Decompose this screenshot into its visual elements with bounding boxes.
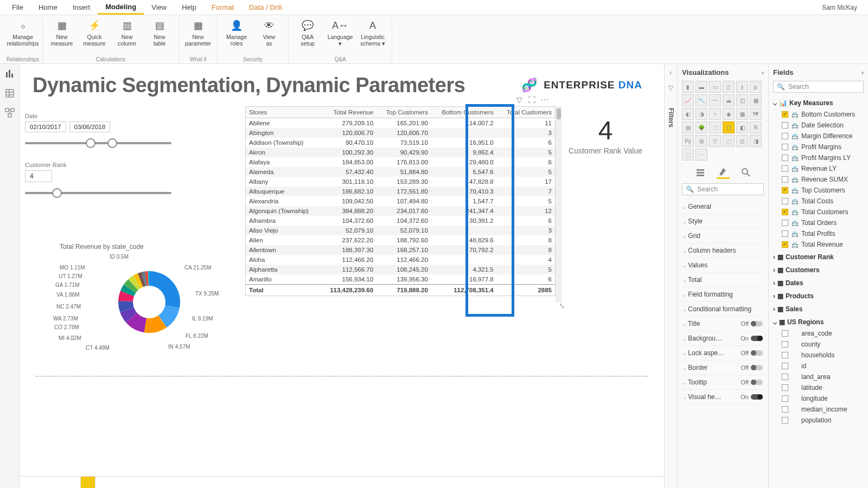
field-margindifference[interactable]: 📇Margin Difference (773, 131, 864, 142)
table-row[interactable]: Addison (Township)90,470.1073,519.1016,9… (246, 138, 555, 147)
menu-file[interactable]: File (4, 1, 31, 14)
table-row[interactable]: Aliso Viejo52,079.1052,079.103 (246, 226, 555, 235)
rank-slicer[interactable]: Customer Rank 4 (25, 162, 182, 194)
ribbon-new-column[interactable]: ▥Newcolumn (111, 17, 143, 48)
table-row[interactable]: Albuquerque186,682.10172,551.8070,410.37 (246, 187, 555, 196)
table-row[interactable]: Alafaya184,853.00176,813.0029,480.06 (246, 157, 555, 167)
viz-type-7[interactable]: 📉 (695, 94, 707, 106)
field-dateselection[interactable]: 📇Date Selection (773, 120, 864, 131)
viz-type-6[interactable]: 📈 (682, 94, 694, 106)
date-from-input[interactable]: 02/10/2017 (25, 121, 66, 132)
field-id[interactable]: id (773, 361, 864, 371)
viz-type-18[interactable]: ▤ (682, 121, 694, 133)
ribbon-new-parameter[interactable]: ▦Newparameter (182, 17, 214, 48)
field-topcustomers[interactable]: 📇Top Customers (773, 185, 864, 196)
viz-type-10[interactable]: ◫ (736, 94, 748, 106)
table-row[interactable]: Alpharetta112,566.70108,245.204,321.55 (246, 265, 555, 274)
table-row[interactable]: Alhambra104,372.60104,372.6030,391.26 (246, 216, 555, 226)
menu-help[interactable]: Help (174, 1, 204, 14)
ribbon-manage-roles[interactable]: 👤Manageroles (221, 17, 252, 48)
ribbon-new-table[interactable]: ▤Newtable (144, 17, 175, 48)
ribbon-view-as[interactable]: 👁Viewas (253, 17, 285, 48)
fields-tab-icon[interactable] (694, 166, 707, 179)
menu-home[interactable]: Home (31, 1, 65, 14)
viz-type-20[interactable]: ⬚ (709, 121, 721, 133)
format-section-values[interactable]: ⌵ Values (682, 258, 764, 273)
date-slicer[interactable]: Date 02/10/2017 03/06/2018 (25, 113, 182, 144)
date-to-input[interactable]: 03/06/2018 (69, 121, 111, 132)
viz-type-1[interactable]: ▬ (695, 81, 707, 93)
data-view-icon[interactable] (4, 88, 15, 99)
ribbon-linguistic-schema[interactable]: ALinguisticschema ▾ (357, 17, 388, 48)
viz-type-29[interactable]: ◨ (750, 135, 762, 147)
viz-type-22[interactable]: ◧ (736, 121, 748, 133)
field-revenuesumx[interactable]: 📇Revenue SUMX (773, 174, 864, 185)
format-section-general[interactable]: ⌵ General (682, 200, 764, 214)
table-row[interactable]: Abilene279,209.10165,201.90114,007.211 (246, 118, 555, 129)
viz-search[interactable]: 🔍Search (682, 183, 764, 195)
field-group-keymeasures[interactable]: ⌵📊Key Measures (773, 97, 864, 109)
field-group-sales[interactable]: ›▦Sales (773, 303, 864, 315)
field-group-products[interactable]: ›▦Products (773, 290, 864, 302)
viz-type-23[interactable]: R (750, 121, 762, 133)
analytics-tab-icon[interactable] (739, 166, 752, 179)
viz-type-2[interactable]: ▭ (709, 81, 721, 93)
format-tab-icon[interactable] (717, 166, 730, 179)
field-totalorders[interactable]: 📇Total Orders (773, 217, 864, 228)
format-toggle-lockaspe[interactable]: ⌵ Lock aspe…Off (682, 346, 764, 361)
rank-slider[interactable] (25, 192, 171, 194)
viz-type-8[interactable]: 〰 (709, 94, 721, 106)
table-row[interactable]: Albany301,118.10153,289.30147,828.817 (246, 177, 555, 187)
format-section-columnheaders[interactable]: ⌵ Column headers (682, 243, 764, 258)
table-row[interactable]: Abington120,606.70120,606.703 (246, 128, 555, 138)
format-toggle-tooltip[interactable]: ⌵ TooltipOff (682, 375, 764, 390)
field-totalrevenue[interactable]: 📇Total Revenue (773, 239, 864, 250)
menu-format[interactable]: Format (204, 1, 241, 14)
expand-icon[interactable]: › (762, 68, 764, 76)
field-group-customers[interactable]: ›▦Customers (773, 264, 864, 276)
viz-type-16[interactable]: ▦ (736, 108, 748, 120)
report-view-icon[interactable] (4, 68, 15, 79)
format-toggle-title[interactable]: ⌵ TitleOff (682, 317, 764, 331)
viz-type-30[interactable]: ⬚ (682, 149, 694, 160)
field-group-dates[interactable]: ›▦Dates (773, 277, 864, 289)
resize-handle-icon[interactable]: ⤡ (559, 301, 565, 310)
field-group-usregions[interactable]: ⌵▦US Regions (773, 316, 864, 328)
table-row[interactable]: Amarillo156,934.10139,956.3016,977.86 (246, 274, 555, 285)
ribbon-manage-relationships[interactable]: ⬦Managerelationships (7, 17, 39, 48)
date-slider[interactable] (25, 142, 171, 144)
viz-type-21[interactable]: ▢ (723, 121, 735, 133)
field-profitmargins[interactable]: 📇Profit Margins (773, 142, 864, 152)
viz-type-3[interactable]: ▯ (723, 81, 735, 93)
ribbon-new-measure[interactable]: ▦Newmeasure (46, 17, 78, 48)
model-view-icon[interactable] (4, 107, 15, 118)
table-row[interactable]: Akron100,292.3090,429.909,862.45 (246, 147, 555, 157)
rank-card[interactable]: 4 Customer Rank Value (569, 115, 642, 155)
format-toggle-border[interactable]: ⌵ BorderOff (682, 361, 764, 375)
viz-type-11[interactable]: ▦ (750, 94, 762, 106)
table-row[interactable]: Algonquin (Township)384,888.20234,017.60… (246, 206, 555, 216)
page-tab-active[interactable] (81, 477, 95, 488)
field-group-customerrank[interactable]: ›▦Customer Rank (773, 251, 864, 263)
field-revenuely[interactable]: 📇Revenue LY (773, 163, 864, 174)
field-longitude[interactable]: longitude (773, 393, 864, 404)
table-scrollbar[interactable] (556, 106, 562, 303)
page-tab[interactable] (63, 477, 81, 488)
viz-type-14[interactable]: ○ (709, 108, 721, 120)
format-section-fieldformatting[interactable]: ⌵ Field formatting (682, 287, 764, 302)
field-medianincome[interactable]: median_income (773, 404, 864, 415)
ribbon-quick-measure[interactable]: ⚡Quickmeasure (79, 17, 110, 48)
field-county[interactable]: county (773, 339, 864, 350)
field-profitmarginsly[interactable]: 📇Profit Margins LY (773, 152, 864, 163)
viz-type-0[interactable]: ▮ (682, 81, 694, 93)
collapse-chevron-icon[interactable]: ‹ (669, 68, 672, 76)
viz-type-28[interactable]: ⊡ (736, 135, 748, 147)
viz-type-26[interactable]: ▽ (709, 135, 721, 147)
viz-type-13[interactable]: ◑ (695, 108, 707, 120)
menu-modeling[interactable]: Modeling (98, 1, 144, 15)
menu-insert[interactable]: Insert (65, 1, 98, 14)
rank-input[interactable]: 4 (25, 170, 52, 182)
viz-type-25[interactable]: ⊞ (695, 135, 707, 147)
filter-icon[interactable]: ▽ (516, 95, 522, 104)
format-section-conditionalformatting[interactable]: ⌵ Conditional formatting (682, 302, 764, 317)
